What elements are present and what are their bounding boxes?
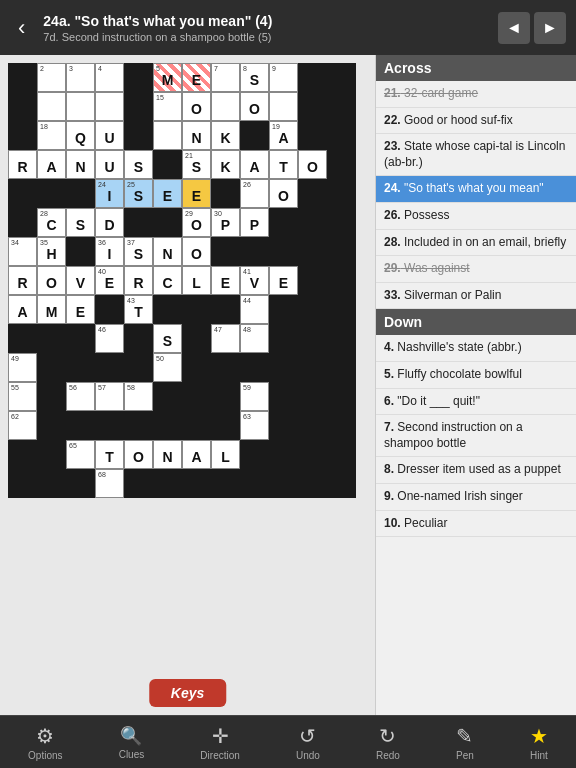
cell-r10c4[interactable]: 46 (95, 324, 124, 353)
cell-r2c4[interactable] (95, 92, 124, 121)
back-button[interactable]: ‹ (10, 11, 33, 45)
clue-across-33[interactable]: 33. Silverman or Palin (376, 283, 576, 310)
cell-r7c6[interactable]: N (153, 237, 182, 266)
cell-r7c2[interactable]: 35H (37, 237, 66, 266)
clue-across-21[interactable]: 21. 32-card game (376, 81, 576, 108)
cell-r3c3[interactable]: Q (66, 121, 95, 150)
cell-r14c8[interactable]: L (211, 440, 240, 469)
cell-r2c9[interactable]: O (240, 92, 269, 121)
cell-r6c9[interactable]: P (240, 208, 269, 237)
cell-r1c10[interactable]: 9 (269, 63, 298, 92)
undo-button[interactable]: ↺ Undo (296, 724, 320, 761)
clue-across-28[interactable]: 28. Included in on an email, briefly (376, 230, 576, 257)
cell-r8c10[interactable]: E (269, 266, 298, 295)
cell-r13c9[interactable]: 63 (240, 411, 269, 440)
cell-r8c2[interactable]: O (37, 266, 66, 295)
clue-across-26[interactable]: 26. Possess (376, 203, 576, 230)
cell-r6c2[interactable]: 28C (37, 208, 66, 237)
pen-button[interactable]: ✎ Pen (456, 724, 474, 761)
cell-r2c3[interactable] (66, 92, 95, 121)
clue-down-9[interactable]: 9. One-named Irish singer (376, 484, 576, 511)
cell-r8c4[interactable]: 40E (95, 266, 124, 295)
cell-r9c5[interactable]: 43T (124, 295, 153, 324)
cell-r4c5[interactable]: S (124, 150, 153, 179)
cell-r14c4[interactable]: T (95, 440, 124, 469)
cell-r6c8[interactable]: 30P (211, 208, 240, 237)
cell-r5c4[interactable]: 24I (95, 179, 124, 208)
clue-across-23[interactable]: 23. State whose capi-tal is Lincoln (ab-… (376, 134, 576, 176)
cell-r12c3[interactable]: 56 (66, 382, 95, 411)
cell-r1c2[interactable]: 2 (37, 63, 66, 92)
cell-r1c8[interactable]: 7 (211, 63, 240, 92)
cell-r7c4[interactable]: 36I (95, 237, 124, 266)
cell-r3c4[interactable]: U (95, 121, 124, 150)
cell-r2c2[interactable] (37, 92, 66, 121)
cell-r4c2[interactable]: A (37, 150, 66, 179)
cell-r7c1[interactable]: 34 (8, 237, 37, 266)
cell-r5c10[interactable]: O (269, 179, 298, 208)
cell-r4c10[interactable]: T (269, 150, 298, 179)
cell-r12c4[interactable]: 57 (95, 382, 124, 411)
redo-button[interactable]: ↻ Redo (376, 724, 400, 761)
cell-r8c9[interactable]: 41V (240, 266, 269, 295)
cell-r5c6[interactable]: E (153, 179, 182, 208)
cell-r4c7[interactable]: 21S (182, 150, 211, 179)
keys-button[interactable]: Keys (149, 679, 226, 707)
cell-r12c5[interactable]: 58 (124, 382, 153, 411)
prev-clue-button[interactable]: ◄ (498, 12, 530, 44)
clue-across-29[interactable]: 29. Was against (376, 256, 576, 283)
cell-r9c9[interactable]: 44 (240, 295, 269, 324)
crossword-grid[interactable]: 2 3 4 5M E 7 8S 9 15 O (8, 63, 356, 498)
cell-r14c5[interactable]: O (124, 440, 153, 469)
cell-r7c5[interactable]: 37S (124, 237, 153, 266)
cell-r4c3[interactable]: N (66, 150, 95, 179)
cell-r6c4[interactable]: D (95, 208, 124, 237)
cell-r3c10[interactable]: 19A (269, 121, 298, 150)
cell-r10c9[interactable]: 48 (240, 324, 269, 353)
cell-r1c4[interactable]: 4 (95, 63, 124, 92)
cell-r3c2[interactable]: 18 (37, 121, 66, 150)
cell-r8c3[interactable]: V (66, 266, 95, 295)
cell-r6c3[interactable]: S (66, 208, 95, 237)
cell-r14c3[interactable]: 65 (66, 440, 95, 469)
hint-button[interactable]: ★ Hint (530, 724, 548, 761)
cell-r2c10[interactable] (269, 92, 298, 121)
cell-r4c9[interactable]: A (240, 150, 269, 179)
cell-r10c6[interactable]: S (153, 324, 182, 353)
cell-r12c9[interactable]: 59 (240, 382, 269, 411)
cell-r11c1[interactable]: 49 (8, 353, 37, 382)
cell-r3c7[interactable]: N (182, 121, 211, 150)
clue-down-7[interactable]: 7. Second instruction on a shampoo bottl… (376, 415, 576, 457)
cell-r2c8[interactable] (211, 92, 240, 121)
cell-r5c9[interactable]: 26 (240, 179, 269, 208)
cell-r8c6[interactable]: C (153, 266, 182, 295)
options-button[interactable]: ⚙ Options (28, 724, 62, 761)
cell-r14c6[interactable]: N (153, 440, 182, 469)
next-clue-button[interactable]: ► (534, 12, 566, 44)
cell-r9c1[interactable]: A (8, 295, 37, 324)
direction-button[interactable]: ✛ Direction (200, 724, 239, 761)
clue-across-22[interactable]: 22. Good or hood suf-fix (376, 108, 576, 135)
cell-r1c3[interactable]: 3 (66, 63, 95, 92)
cell-r14c7[interactable]: A (182, 440, 211, 469)
cell-r4c4[interactable]: U (95, 150, 124, 179)
cell-r4c8[interactable]: K (211, 150, 240, 179)
clue-down-10[interactable]: 10. Peculiar (376, 511, 576, 538)
cell-r11c6[interactable]: 50 (153, 353, 182, 382)
cell-r1c6[interactable]: 5M (153, 63, 182, 92)
cell-r8c8[interactable]: E (211, 266, 240, 295)
cell-r8c1[interactable]: R (8, 266, 37, 295)
cell-r1c9[interactable]: 8S (240, 63, 269, 92)
cell-r7c7[interactable]: O (182, 237, 211, 266)
cell-r8c5[interactable]: R (124, 266, 153, 295)
cell-r15c4[interactable]: 68 (95, 469, 124, 498)
cell-r9c3[interactable]: E (66, 295, 95, 324)
cell-r1c7[interactable]: E (182, 63, 211, 92)
clues-button[interactable]: 🔍 Clues (119, 725, 145, 760)
clue-down-8[interactable]: 8. Dresser item used as a puppet (376, 457, 576, 484)
cell-r6c7[interactable]: 29O (182, 208, 211, 237)
cell-r13c1[interactable]: 62 (8, 411, 37, 440)
cell-r10c8[interactable]: 47 (211, 324, 240, 353)
clue-down-4[interactable]: 4. Nashville's state (abbr.) (376, 335, 576, 362)
cell-r4c11[interactable]: O (298, 150, 327, 179)
